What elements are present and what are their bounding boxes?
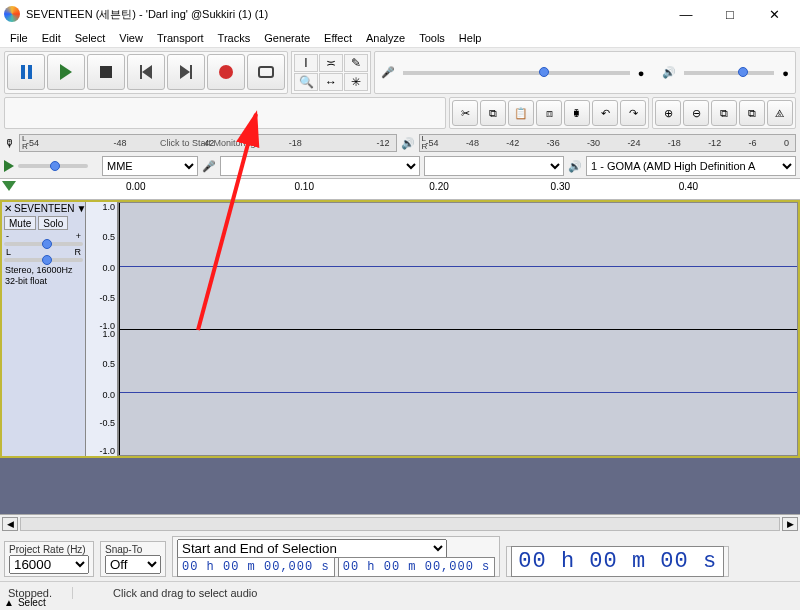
selection-mode-select[interactable]: Start and End of Selection bbox=[177, 539, 447, 558]
rec-level-slider-group: 🎤 ● 🔊 ● bbox=[374, 51, 796, 94]
timeline-pin-icon[interactable] bbox=[2, 181, 16, 191]
empty-track-space[interactable] bbox=[0, 458, 800, 514]
silence-button[interactable]: ⧯ bbox=[564, 100, 590, 126]
vscale-label: -0.5 bbox=[99, 418, 115, 428]
tool-palette: I ≍ ✎ 🔍 ↔ ✳ bbox=[291, 51, 371, 94]
pan-slider[interactable] bbox=[4, 258, 83, 262]
snap-label: Snap-To bbox=[105, 544, 161, 555]
menu-view[interactable]: View bbox=[113, 30, 149, 46]
menu-file[interactable]: File bbox=[4, 30, 34, 46]
audio-position[interactable]: 00 h 00 m 00 s bbox=[511, 546, 724, 577]
scroll-right-button[interactable]: ▶ bbox=[782, 517, 798, 531]
skip-end-button[interactable] bbox=[167, 54, 205, 90]
rec-level-slider[interactable] bbox=[403, 71, 630, 75]
stop-button[interactable] bbox=[87, 54, 125, 90]
scroll-left-button[interactable]: ◀ bbox=[2, 517, 18, 531]
snap-select[interactable]: Off bbox=[105, 555, 161, 574]
toolbar-row-1: I ≍ ✎ 🔍 ↔ ✳ 🎤 ● 🔊 ● bbox=[0, 48, 800, 97]
timeline[interactable]: 0.00 0.10 0.20 0.30 0.40 bbox=[0, 178, 800, 200]
paste-button[interactable]: 📋 bbox=[508, 100, 534, 126]
vscale-label: 1.0 bbox=[102, 202, 115, 212]
maximize-button[interactable]: □ bbox=[708, 0, 752, 28]
play-at-speed-icon[interactable] bbox=[4, 160, 14, 172]
skip-start-button[interactable] bbox=[127, 54, 165, 90]
pause-button[interactable] bbox=[7, 54, 45, 90]
copy-button[interactable]: ⧉ bbox=[480, 100, 506, 126]
mute-button[interactable]: Mute bbox=[4, 216, 36, 230]
status-bar: Stopped. Click and drag to select audio bbox=[0, 581, 800, 603]
ruler-label: 0.20 bbox=[429, 181, 448, 192]
menu-edit[interactable]: Edit bbox=[36, 30, 67, 46]
track-close-button[interactable]: ✕ bbox=[4, 203, 12, 214]
play-level-slider[interactable] bbox=[684, 71, 774, 75]
playback-meter[interactable]: LR -54 -48 -42 -36 -30 -24 -18 -12 -6 0 bbox=[419, 134, 797, 152]
timeline-ruler[interactable]: 0.00 0.10 0.20 0.30 0.40 bbox=[126, 179, 800, 199]
menu-tools[interactable]: Tools bbox=[413, 30, 451, 46]
zoom-out-button[interactable]: ⊖ bbox=[683, 100, 709, 126]
gain-min: - bbox=[6, 231, 9, 241]
speaker-icon: 🔊 bbox=[662, 66, 676, 79]
pan-l: L bbox=[6, 247, 11, 257]
rec-tick: -12 bbox=[376, 138, 389, 148]
ruler-label: 0.40 bbox=[679, 181, 698, 192]
play-speed-slider[interactable] bbox=[18, 164, 88, 168]
loop-button[interactable] bbox=[247, 54, 285, 90]
toolbar-row-2: ✂ ⧉ 📋 ⧈ ⧯ ↶ ↷ ⊕ ⊖ ⧉ ⧉ ⧌ bbox=[0, 97, 800, 132]
audio-host-select[interactable]: MME bbox=[102, 156, 198, 176]
window-title: SEVENTEEN (세븐틴) - 'Darl ing' @Sukkiri (1… bbox=[26, 7, 268, 22]
play-tick: 0 bbox=[784, 138, 789, 148]
status-hint: Click and drag to select audio bbox=[113, 587, 257, 599]
track-select-button[interactable]: Select bbox=[18, 597, 46, 608]
horizontal-scrollbar[interactable]: ◀ ▶ bbox=[0, 514, 800, 532]
transport-toolbar bbox=[4, 51, 288, 94]
menu-effect[interactable]: Effect bbox=[318, 30, 358, 46]
waveform-display[interactable] bbox=[118, 202, 798, 456]
recording-meter[interactable]: LR -54 -48 -42 Click to Start Monitoring… bbox=[19, 134, 397, 152]
fit-selection-button[interactable]: ⧉ bbox=[711, 100, 737, 126]
recording-device-select[interactable] bbox=[220, 156, 420, 176]
track-collapse-button[interactable]: ▲ bbox=[4, 597, 14, 608]
menu-select[interactable]: Select bbox=[69, 30, 112, 46]
menu-tracks[interactable]: Tracks bbox=[212, 30, 257, 46]
play-tick: -36 bbox=[547, 138, 560, 148]
play-tick: -48 bbox=[466, 138, 479, 148]
project-rate-select[interactable]: 16000 bbox=[9, 555, 89, 574]
timeshift-tool[interactable]: ↔ bbox=[319, 73, 343, 91]
menu-analyze[interactable]: Analyze bbox=[360, 30, 411, 46]
track-name[interactable]: SEVENTEEN bbox=[14, 203, 75, 214]
zoom-tool[interactable]: 🔍 bbox=[294, 73, 318, 91]
redo-button[interactable]: ↷ bbox=[620, 100, 646, 126]
track-menu-button[interactable]: ▼ bbox=[77, 203, 87, 214]
play-button[interactable] bbox=[47, 54, 85, 90]
cut-button[interactable]: ✂ bbox=[452, 100, 478, 126]
fit-project-button[interactable]: ⧉ bbox=[739, 100, 765, 126]
gain-slider[interactable] bbox=[4, 242, 83, 246]
undo-button[interactable]: ↶ bbox=[592, 100, 618, 126]
envelope-tool[interactable]: ≍ bbox=[319, 54, 343, 72]
zoom-in-button[interactable]: ⊕ bbox=[655, 100, 681, 126]
vscale-label: 0.0 bbox=[102, 263, 115, 273]
draw-tool[interactable]: ✎ bbox=[344, 54, 368, 72]
trim-button[interactable]: ⧈ bbox=[536, 100, 562, 126]
playback-device-select[interactable]: 1 - GOMA (AMD High Definition A bbox=[586, 156, 796, 176]
solo-button[interactable]: Solo bbox=[38, 216, 68, 230]
zoom-toolbar: ⊕ ⊖ ⧉ ⧉ ⧌ bbox=[652, 97, 796, 129]
close-button[interactable]: ✕ bbox=[752, 0, 796, 28]
vscale-label: -0.5 bbox=[99, 293, 115, 303]
selection-end[interactable]: 00 h 00 m 00,000 s bbox=[338, 557, 496, 577]
minimize-button[interactable]: — bbox=[664, 0, 708, 28]
selection-start[interactable]: 00 h 00 m 00,000 s bbox=[177, 557, 335, 577]
app-logo-icon bbox=[4, 6, 20, 22]
record-button[interactable] bbox=[207, 54, 245, 90]
play-tick: -54 bbox=[426, 138, 439, 148]
recording-channels-select[interactable] bbox=[424, 156, 564, 176]
play-tick: -42 bbox=[506, 138, 519, 148]
selection-tool[interactable]: I bbox=[294, 54, 318, 72]
menu-generate[interactable]: Generate bbox=[258, 30, 316, 46]
zoom-toggle-button[interactable]: ⧌ bbox=[767, 100, 793, 126]
title-bar: SEVENTEEN (세븐틴) - 'Darl ing' @Sukkiri (1… bbox=[0, 0, 800, 28]
multi-tool[interactable]: ✳ bbox=[344, 73, 368, 91]
menu-help[interactable]: Help bbox=[453, 30, 488, 46]
pan-r: R bbox=[75, 247, 82, 257]
menu-transport[interactable]: Transport bbox=[151, 30, 210, 46]
